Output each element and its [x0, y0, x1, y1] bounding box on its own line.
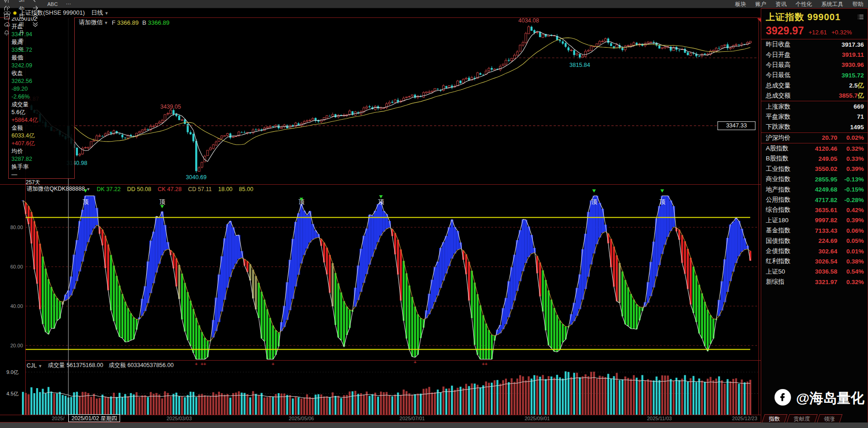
quote-row[interactable]: 上涨家数669: [761, 101, 868, 111]
menu-账户[interactable]: 账户: [751, 1, 771, 7]
quote-value: 7133.43: [815, 227, 837, 234]
quote-row[interactable]: 总成交量2.5亿: [761, 81, 868, 91]
price-row: 3929.97 +12.61 +0.32%: [761, 24, 868, 39]
quote-row[interactable]: 沪深均价20.700.02%: [761, 133, 868, 143]
double-chevron-down-icon[interactable]: [28, 21, 43, 29]
arrow-right-icon[interactable]: [28, 4, 43, 12]
timeframe-button-4h[interactable]: 4h: [15, 4, 28, 12]
quote-value: 669: [853, 103, 864, 110]
info-line: 3242.09: [11, 62, 71, 70]
quote-value: 3321.97: [815, 279, 837, 285]
svg-text:顶: 顶: [378, 198, 385, 205]
indicator-param: CD 57.11: [188, 186, 212, 192]
quote-row[interactable]: 商业指数2855.95-0.13%: [761, 174, 868, 184]
cloud-sync-icon[interactable]: [0, 21, 15, 29]
tab-贡献度[interactable]: 贡献度: [786, 414, 818, 423]
svg-text:9.0亿: 9.0亿: [6, 369, 18, 375]
double-chevron-up-icon[interactable]: [28, 12, 43, 21]
indicator-param: DD 50.08: [127, 186, 151, 192]
timeframe-button-3h[interactable]: 3h: [15, 0, 28, 4]
quote-label: 红利指数: [766, 257, 815, 265]
wechat-dropdown[interactable]: 请加微信▼: [79, 18, 108, 27]
menu-个性化[interactable]: 个性化: [791, 1, 817, 7]
quote-pct: 0.06%: [837, 227, 864, 234]
tab-领涨[interactable]: 领涨: [817, 414, 842, 423]
quote-row[interactable]: 公用指数4717.82-0.28%: [761, 195, 868, 205]
indicator-header: 请加微信QKDK888888▼ DK 37.22DD 50.08CK 47.28…: [27, 185, 253, 193]
svg-text:+: +: [484, 361, 487, 367]
frame-chart-icon[interactable]: [0, 12, 15, 21]
compare-icon[interactable]: [0, 4, 15, 12]
quote-row[interactable]: A股指数4120.460.32%: [761, 143, 868, 154]
quote-row[interactable]: 新综指3321.970.32%: [761, 277, 868, 287]
indicator-param: 18.00: [218, 186, 232, 192]
quote-row[interactable]: B股指数249.050.33%: [761, 154, 868, 164]
info-line: 5.6亿: [11, 109, 71, 116]
quote-pct: 0.01%: [837, 248, 864, 255]
info-line: 收盘: [11, 70, 71, 77]
quote-label: 下跌家数: [766, 123, 850, 131]
quote-row[interactable]: 今日最高3930.96: [761, 60, 868, 70]
quote-row[interactable]: 综合指数3635.610.42%: [761, 205, 868, 215]
main-toolbar: 51015301h2h3h4h日周月季年自 ABC ⋯ 板块账户资讯个性化系统工…: [0, 0, 868, 8]
quote-label: 综合指数: [766, 206, 815, 214]
candlestick-icon[interactable]: [0, 0, 15, 4]
more-tools-button[interactable]: ⋯: [62, 0, 75, 8]
quote-row[interactable]: 企债指数302.640.01%: [761, 246, 868, 256]
quote-label: A股指数: [766, 144, 815, 153]
info-line: 6033.4亿: [11, 132, 71, 140]
quote-row[interactable]: 上证1809997.820.39%: [761, 215, 868, 225]
quote-row[interactable]: 昨日收盘3917.36: [761, 39, 868, 49]
quote-label: 今日最低: [766, 71, 841, 79]
quote-pct: -0.13%: [837, 176, 864, 183]
indicator-name-dropdown[interactable]: 请加微信QKDK888888▼: [27, 185, 90, 193]
quote-menu-icon[interactable]: [857, 13, 864, 22]
svg-text:80.00: 80.00: [10, 225, 23, 230]
quote-value: 3919.11: [842, 51, 864, 58]
quote-row[interactable]: 地产指数4249.68-0.15%: [761, 184, 868, 194]
volume-indicator-dropdown[interactable]: CJL▼: [27, 362, 42, 369]
quote-row[interactable]: 今日开盘3919.11: [761, 49, 868, 60]
timeframe-button-季[interactable]: 季: [15, 37, 28, 45]
sidebar-section: 昨日收盘3917.36今日开盘3919.11今日最高3930.96今日最低391…: [761, 39, 868, 101]
quote-label: 沪深均价: [766, 134, 822, 142]
quote-value: 9997.82: [815, 217, 837, 224]
quote-row[interactable]: 今日最低3915.72: [761, 70, 868, 80]
info-line: 成交量: [11, 101, 71, 109]
quote-row[interactable]: 红利指数3026.540.38%: [761, 256, 868, 266]
menu-资讯[interactable]: 资讯: [771, 1, 791, 7]
quote-row[interactable]: 工业指数3550.020.39%: [761, 164, 868, 174]
info-line: 换手率: [11, 163, 71, 171]
tab-指数[interactable]: 指数: [762, 414, 787, 423]
arrow-left-icon[interactable]: [28, 0, 43, 4]
period-dropdown[interactable]: 日线▼: [91, 9, 109, 17]
menu-板块[interactable]: 板块: [731, 1, 751, 7]
quote-pct: 0.05%: [837, 237, 864, 244]
info-line: 3262.56: [11, 77, 71, 85]
menu-系统工具[interactable]: 系统工具: [817, 1, 848, 7]
quote-row[interactable]: 总成交额3855.7亿: [761, 91, 868, 101]
price-change: +12.61: [808, 29, 827, 36]
quote-row[interactable]: 平盘家数71: [761, 112, 868, 122]
menu-帮助[interactable]: 帮助: [848, 1, 868, 7]
svg-text:2025/09/01: 2025/09/01: [525, 416, 550, 421]
chart-canvas[interactable]: 80.0060.0040.0020.009.0亿4.5亿顶顶++++顶顶+++顶…: [0, 0, 761, 423]
timeframe-button-年[interactable]: 年: [15, 45, 28, 54]
quote-row[interactable]: 下跌家数1495: [761, 122, 868, 132]
quote-label: 地产指数: [766, 186, 815, 194]
svg-text:40.00: 40.00: [10, 303, 23, 309]
quote-row[interactable]: 基金指数7133.430.06%: [761, 225, 868, 236]
quote-label: 今日最高: [766, 61, 841, 69]
timeframe-button-周[interactable]: 周: [15, 21, 28, 29]
timeframe-button-月[interactable]: 月: [15, 29, 28, 37]
quote-pct: -0.28%: [837, 197, 864, 203]
timeframe-button-自[interactable]: 自: [15, 54, 28, 62]
quote-label: 公用指数: [766, 196, 815, 204]
svg-text:60.00: 60.00: [10, 264, 23, 269]
quote-row[interactable]: 上证503036.580.54%: [761, 267, 868, 277]
abc-tool-button[interactable]: ABC: [43, 0, 62, 8]
timeframe-button-日[interactable]: 日: [15, 12, 28, 21]
bell-icon[interactable]: [0, 29, 15, 37]
quote-label: 今日开盘: [766, 51, 842, 59]
quote-row[interactable]: 国债指数224.690.05%: [761, 236, 868, 246]
